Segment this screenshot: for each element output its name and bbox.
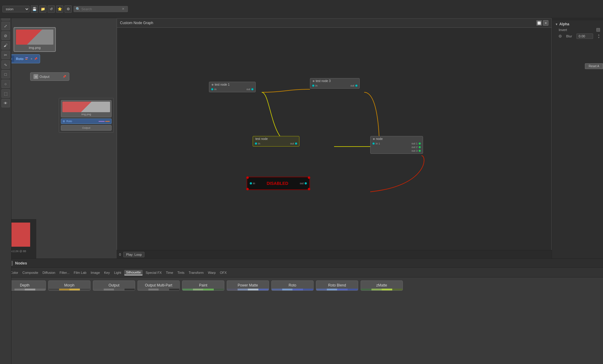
settings-icon[interactable]: ⚙ bbox=[65, 5, 72, 13]
output-node[interactable]: ⊞ Output 📌 bbox=[30, 72, 69, 81]
reset-button[interactable]: Reset A bbox=[585, 63, 603, 69]
bottom-panel: – ✕ Nodes 🔍 Color Composite Diffusion Fi… bbox=[0, 258, 603, 364]
node-multi[interactable]: node in 1 out 1 out 2 bbox=[370, 136, 423, 154]
play-loop-button[interactable]: Play: Loop bbox=[123, 252, 144, 257]
node-multi-out3-circle[interactable] bbox=[418, 150, 421, 152]
folder-icon[interactable]: 📁 bbox=[39, 5, 46, 13]
cat-ofx[interactable]: OFX bbox=[219, 270, 228, 275]
node-btn-output[interactable]: Output bbox=[93, 280, 135, 291]
cat-time[interactable]: Time bbox=[165, 270, 174, 275]
cat-image[interactable]: Image bbox=[90, 270, 101, 275]
node-btn-output-multipart[interactable]: Output Multi-Part bbox=[137, 280, 180, 291]
view-tool[interactable]: 👁 bbox=[2, 99, 10, 107]
cat-specialfx[interactable]: Special FX bbox=[144, 270, 163, 275]
cat-warp[interactable]: Warp bbox=[207, 270, 217, 275]
output-pin-icon[interactable]: 📌 bbox=[63, 75, 66, 78]
depth-strip-3 bbox=[25, 289, 35, 290]
paint-tool[interactable]: 🖌 bbox=[2, 41, 10, 49]
node-btn-morph[interactable]: Morph bbox=[48, 280, 90, 291]
search-clear-icon[interactable]: ✕ bbox=[122, 7, 125, 11]
test-node-1-ports: in out bbox=[209, 87, 255, 92]
mini-roto-label: Roto bbox=[66, 120, 72, 123]
test-node-out-circle[interactable] bbox=[295, 142, 297, 145]
search-input[interactable] bbox=[81, 7, 121, 11]
cat-key[interactable]: Key bbox=[103, 270, 111, 275]
disabled-node[interactable]: in DISABLED out bbox=[247, 177, 310, 190]
roto-strip-1 bbox=[272, 289, 282, 290]
powermatte-strip-3 bbox=[248, 289, 258, 290]
test-node[interactable]: test node in out bbox=[253, 136, 299, 147]
cat-filter[interactable]: Filter... bbox=[58, 270, 71, 275]
img-node[interactable]: img.png bbox=[14, 27, 56, 52]
alpha-section-header: ▼ Alpha bbox=[555, 22, 600, 26]
test-node-1-out-label: out bbox=[246, 88, 250, 91]
circle-tool[interactable]: ○ bbox=[2, 80, 10, 88]
session-dropdown[interactable]: ssion bbox=[2, 6, 30, 12]
test-node-1-in-port: in bbox=[211, 88, 216, 91]
cat-silhouette[interactable]: Silhouette bbox=[124, 270, 143, 275]
test-node-in-circle[interactable] bbox=[255, 142, 257, 145]
node-btn-paint[interactable]: Paint bbox=[182, 280, 224, 291]
roto-pin-icon[interactable]: 📌 bbox=[34, 57, 37, 60]
test-node-3[interactable]: test node 3 in out bbox=[310, 78, 360, 89]
cat-tints[interactable]: Tints bbox=[176, 270, 185, 275]
rect-tool[interactable]: □ bbox=[2, 70, 10, 78]
node-multi-in1-circle[interactable] bbox=[372, 142, 375, 145]
save-icon[interactable]: 💾 bbox=[31, 5, 38, 13]
history-icon[interactable]: ↺ bbox=[48, 5, 55, 13]
paint-strip-2 bbox=[193, 289, 204, 290]
curve-tool[interactable]: ∿ bbox=[2, 60, 10, 69]
test-node-3-out-port: out bbox=[350, 84, 358, 87]
selection-tool[interactable]: ⬚ bbox=[2, 89, 10, 98]
cat-transform[interactable]: Transform bbox=[188, 270, 205, 275]
test-node-1-in-circle[interactable] bbox=[211, 88, 213, 90]
ng-close-btn[interactable]: ✕ bbox=[543, 20, 548, 26]
bookmark-icon[interactable]: ⭐ bbox=[56, 5, 63, 13]
transform-tool[interactable]: ⤢ bbox=[2, 22, 10, 30]
node-multi-out1-circle[interactable] bbox=[418, 142, 421, 145]
zmatte-strip-2 bbox=[371, 289, 382, 290]
mini-output-node: Output bbox=[61, 125, 112, 131]
paint-strip-1 bbox=[182, 289, 193, 290]
node-graph-header: Custom Node Graph ⬜ ✕ bbox=[117, 18, 551, 28]
node-btn-powermatte[interactable]: Power Matte bbox=[227, 280, 269, 291]
test-node-1-out-circle[interactable] bbox=[251, 88, 254, 90]
node-multi-out2-circle[interactable] bbox=[418, 146, 421, 148]
morph-strip bbox=[49, 289, 90, 290]
cat-composite[interactable]: Composite bbox=[21, 270, 39, 275]
morph-label: Morph bbox=[49, 281, 90, 289]
blur-down-arrow[interactable]: ▼ bbox=[598, 36, 600, 39]
disabled-in-label: in bbox=[253, 182, 255, 185]
morph-strip-1 bbox=[49, 289, 59, 290]
ng-expand-btn[interactable]: ⬜ bbox=[536, 20, 542, 26]
blur-input[interactable] bbox=[576, 33, 593, 39]
roto-expand-icon[interactable]: ≡ bbox=[31, 57, 32, 60]
test-node-3-in-circle[interactable] bbox=[312, 84, 314, 87]
node-btn-rotoblend[interactable]: Roto Blend bbox=[316, 280, 358, 291]
cut-tool[interactable]: ✂ bbox=[2, 51, 10, 59]
invert-checkbox[interactable] bbox=[596, 28, 600, 32]
depth-strip-2 bbox=[14, 289, 25, 290]
node-btn-roto[interactable]: Roto bbox=[271, 280, 314, 291]
play-bar: 0 Play: Loop bbox=[117, 250, 552, 258]
test-node-ports: in out bbox=[253, 141, 299, 146]
rotoblend-strip-2 bbox=[327, 289, 337, 290]
node-multi-ports: in 1 out 1 out 2 out 3 bbox=[371, 141, 423, 154]
cat-diffusion[interactable]: Diffusion bbox=[41, 270, 57, 275]
node-multi-label: node bbox=[376, 137, 383, 141]
disabled-out-circle[interactable] bbox=[305, 182, 307, 185]
node-btn-zmatte[interactable]: zMatte bbox=[361, 280, 403, 291]
disabled-in-circle[interactable] bbox=[250, 182, 252, 185]
test-node-in-port: in bbox=[255, 142, 260, 145]
zmatte-strip-1 bbox=[361, 289, 371, 290]
test-node-3-out-circle[interactable] bbox=[355, 84, 358, 87]
roto-tool[interactable]: ⊘ bbox=[2, 31, 10, 40]
node-multi-row2: out 2 bbox=[372, 146, 421, 149]
test-node-1[interactable]: test node 1 in out bbox=[209, 82, 256, 92]
blur-up-arrow[interactable]: ▲ bbox=[598, 33, 600, 36]
cat-light[interactable]: Light bbox=[113, 270, 122, 275]
node-multi-out2-label: out 2 bbox=[412, 146, 418, 149]
test-node-in-label: in bbox=[258, 142, 260, 145]
node-multi-out3-port: out 3 bbox=[412, 149, 421, 152]
cat-filmlab[interactable]: Film Lab bbox=[73, 270, 88, 275]
